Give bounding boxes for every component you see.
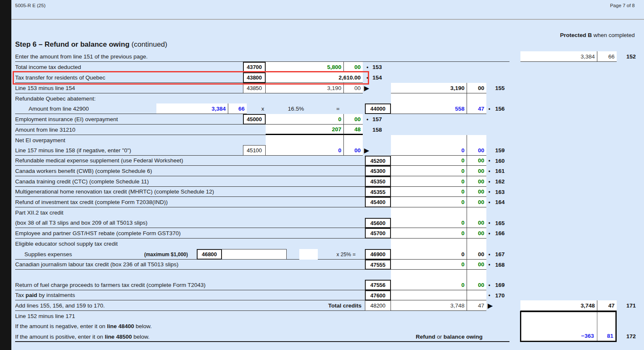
line166-number: 166 (495, 228, 512, 239)
line157-number: 157 (372, 114, 389, 125)
line155-result-cents[interactable]: 00 (467, 83, 486, 93)
line162-cents-field[interactable]: 00 (467, 176, 486, 187)
line161-bullet-icon: • (488, 166, 490, 176)
line167-cents-field[interactable]: 00 (467, 249, 486, 260)
line166-label: Employee and partner GST/HST rebate (com… (15, 228, 365, 239)
line165-label: (box 38 of all T3 slips and box 209 of a… (15, 218, 365, 228)
line152-label: Enter the amount from line 151 of the pr… (15, 51, 509, 62)
line171-result-amount[interactable]: 3,748 (520, 300, 597, 311)
line169-cents-field[interactable]: 00 (467, 280, 486, 290)
net-ei-heading: Net EI overpayment (15, 135, 65, 145)
line156-multiply-sign: x (259, 103, 267, 114)
line152-amount-field[interactable]: 3,384 (520, 51, 597, 62)
line160-code-box: 45200 (365, 156, 391, 166)
line164-cents-field[interactable]: 00 (467, 197, 486, 207)
line167-amount-field[interactable]: 0 (391, 249, 467, 260)
negative-post: below. (134, 323, 152, 329)
line156-label: Amount from line 42900 (29, 103, 89, 114)
line158-number: 158 (372, 125, 389, 135)
part-xii2-empty-box (391, 207, 467, 218)
line160-bullet-icon: • (488, 156, 490, 166)
line159-cents-field[interactable]: 00 (343, 145, 363, 156)
page-indicator: Page 7 of 8 (580, 2, 635, 9)
line159-amount-field[interactable]: 0 (266, 145, 343, 156)
step-title-rest: (continued) (129, 40, 167, 49)
line162-amount-field[interactable]: 0 (391, 176, 467, 187)
line156-rate: 16.5% (281, 103, 311, 114)
line159-number: 159 (495, 145, 512, 156)
line162-bullet-icon: • (488, 176, 490, 187)
line156-result-amount[interactable]: 558 (391, 103, 467, 114)
line160-number: 160 (495, 156, 512, 166)
refund-or-balance-label: Refund or balance owing (294, 331, 483, 342)
line162-number: 162 (495, 176, 512, 187)
line152-cents-field[interactable]: 66 (597, 51, 617, 62)
line160-cents-field[interactable]: 00 (467, 156, 486, 166)
line170-number: 170 (495, 290, 512, 300)
line165-amount-field[interactable]: 0 (391, 218, 467, 228)
line168-number: 168 (495, 260, 512, 270)
line159-result-cents[interactable]: 00 (467, 145, 486, 156)
line170-label-bold: paid (26, 292, 37, 298)
form-code: 5005-R E (25) (15, 2, 45, 9)
line168-amount-field[interactable]: 0 (391, 260, 467, 270)
line159-result-amount[interactable]: 0 (391, 145, 467, 156)
line161-amount-field[interactable]: 0 (391, 166, 467, 176)
line165-number: 165 (495, 218, 512, 228)
line160-label: Refundable medical expense supplement (u… (15, 156, 365, 166)
line155-result-amount[interactable]: 3,190 (391, 83, 467, 93)
line168-cents-field[interactable]: 00 (467, 260, 486, 270)
line163-bullet-icon: • (488, 187, 490, 197)
line156-bullet-icon: • (488, 103, 490, 114)
spacer-empty-box (391, 270, 467, 280)
negative-line-ref: line 48400 (107, 323, 134, 329)
line161-number: 161 (495, 166, 512, 176)
educator-empty-cents (467, 239, 486, 249)
line163-amount-field[interactable]: 0 (391, 187, 467, 197)
line172-cents-field[interactable]: 81 (598, 331, 615, 341)
line164-bullet-icon: • (488, 197, 490, 207)
line169-code-box: 47556 (365, 280, 391, 290)
line157-amount-field[interactable]: 0 (266, 114, 343, 125)
line167-supplies-input[interactable] (222, 249, 287, 260)
line156-result-cents[interactable]: 47 (467, 103, 486, 114)
line167-code-box: 46900 (365, 249, 391, 260)
line156-cents-field[interactable]: 66 (228, 103, 247, 114)
line163-code-box: 45355 (365, 187, 391, 197)
line164-number: 164 (495, 197, 512, 207)
protected-b-label: Protected B when completed (462, 30, 635, 40)
line161-cents-field[interactable]: 00 (467, 166, 486, 176)
line170-amount-field[interactable] (391, 290, 467, 300)
line170-bullet-icon: • (488, 290, 490, 300)
line164-amount-field[interactable]: 0 (391, 197, 467, 207)
negative-instruction: If the amount is negative, enter it on l… (15, 321, 152, 331)
line166-cents-field[interactable]: 00 (467, 228, 486, 239)
line158-cents-field[interactable]: 48 (343, 125, 363, 135)
abatement-empty-box (391, 93, 467, 103)
line165-code-box: 45600 (365, 218, 391, 228)
protected-b-bold: Protected B (560, 32, 592, 38)
line169-amount-field[interactable]: 0 (391, 280, 467, 290)
line172-number: 172 (626, 331, 643, 342)
educator-empty-box (391, 239, 467, 249)
balance-owing-bold: balance owing (443, 334, 483, 340)
line157-cents-field[interactable]: 00 (343, 114, 363, 125)
line170-cents-field[interactable] (467, 290, 486, 300)
line165-cents-field[interactable]: 00 (467, 218, 486, 228)
line168-label: Canadian journalism labour tax credit (b… (15, 260, 365, 270)
line158-amount-field[interactable]: 207 (266, 125, 343, 135)
bottom-border-line (15, 341, 509, 342)
line160-amount-field[interactable]: 0 (391, 156, 467, 166)
net-ei-empty-box-a (266, 135, 343, 145)
line159-code-box: 45100 (243, 145, 266, 156)
line156-amount-field[interactable]: 3,384 (156, 103, 228, 114)
line166-amount-field[interactable]: 0 (391, 228, 467, 239)
part-xii2-heading: Part XII.2 tax credit (15, 207, 63, 218)
line159-carry-arrow-icon: ▶ (364, 145, 369, 156)
line172-amount-field[interactable]: −363 (522, 331, 596, 341)
line171-result-cents[interactable]: 47 (597, 300, 617, 311)
line159-label: Line 157 minus line 158 (if negative, en… (15, 145, 243, 156)
line171-cents-field[interactable]: 47 (467, 300, 486, 311)
line163-cents-field[interactable]: 00 (467, 187, 486, 197)
line171-amount-field[interactable]: 3,748 (391, 300, 467, 311)
